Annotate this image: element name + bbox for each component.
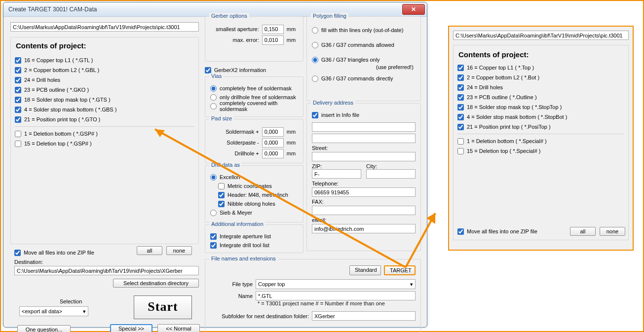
drill-tool-list-checkbox[interactable]	[210, 242, 217, 249]
layer-checkbox[interactable]	[15, 131, 21, 137]
layer-row: 2 = Copper bottom L2 ( *.Bot )	[457, 73, 624, 82]
special-button[interactable]: Special >>	[110, 324, 152, 332]
destination-label: Destination:	[14, 259, 43, 265]
zip-input[interactable]	[312, 169, 361, 179]
layer-checkbox[interactable]	[15, 97, 21, 103]
address-line1[interactable]	[312, 122, 416, 132]
poly-opt2[interactable]	[312, 42, 318, 48]
layer-checkbox[interactable]	[457, 84, 464, 91]
layer-row: 18 = Solder stop mask top ( *.StopTop )	[457, 102, 624, 112]
poly-opt4[interactable]	[312, 75, 318, 82]
vias-opt3[interactable]	[210, 103, 217, 110]
insert-info-checkbox[interactable]	[312, 112, 318, 118]
aperture-label: smallest aperture:	[210, 26, 259, 32]
gerber-legend: Gerber options	[209, 13, 249, 19]
layer-checkbox[interactable]	[457, 114, 464, 120]
zip-checkbox[interactable]	[14, 250, 21, 256]
delivery-legend: Delivery address	[311, 100, 355, 106]
layer-checkbox[interactable]	[457, 124, 464, 130]
layer-checkbox[interactable]	[457, 148, 464, 154]
zip-checkbox-r[interactable]	[457, 228, 464, 235]
maxerror-input[interactable]	[262, 36, 284, 45]
solderpaste-input[interactable]	[262, 138, 284, 148]
layer-checkbox[interactable]	[457, 104, 464, 111]
layer-checkbox[interactable]	[15, 87, 21, 93]
layer-checkbox[interactable]	[15, 141, 21, 147]
vias-group: Vias completely free of soldermask only …	[205, 76, 303, 117]
drilldata-group: Drill data as Excellon Metric coordinate…	[205, 165, 303, 222]
poly-opt3[interactable]	[312, 57, 318, 63]
excellon-radio[interactable]	[210, 174, 217, 181]
vias-legend: Vias	[209, 73, 224, 79]
main-window: Create TARGET 3001! CAM-Data ✕ C:\Users\…	[3, 2, 427, 328]
street-input[interactable]	[312, 152, 416, 161]
header-checkbox[interactable]	[218, 192, 225, 198]
selection-dropdown[interactable]: <export all data> ▾	[19, 306, 88, 316]
layer-checkbox[interactable]	[457, 74, 464, 81]
layer-label: 23 = PCB outline ( *.GKO )	[24, 87, 89, 93]
layer-row: 23 = PCB outline ( *.Outline )	[457, 92, 624, 102]
none-button[interactable]: none	[166, 246, 192, 255]
layer-row: 15 = Deletion top ( *.Special# )	[457, 146, 624, 156]
gerberx2-checkbox[interactable]	[205, 67, 211, 74]
target-button[interactable]: TARGET	[384, 265, 416, 275]
filetype-dropdown[interactable]: Copper top▾	[256, 279, 416, 289]
layer-checkbox[interactable]	[15, 77, 21, 83]
drillhole-input[interactable]	[262, 149, 284, 158]
layer-label: 18 = Solder stop mask top ( *.StopTop )	[467, 104, 562, 110]
telephone-input[interactable]	[312, 187, 416, 197]
layer-label: 21 = Position print top ( *.PosiTop )	[467, 124, 551, 130]
layer-checkbox[interactable]	[15, 116, 21, 123]
chevron-down-icon: ▾	[83, 308, 86, 315]
none-button-r[interactable]: none	[600, 227, 625, 236]
fax-input[interactable]	[312, 206, 416, 215]
normal-button[interactable]: << Normal	[157, 324, 200, 332]
layer-checkbox[interactable]	[457, 65, 464, 71]
layer-checkbox[interactable]	[457, 138, 464, 145]
layer-label: 16 = Copper top L1 ( *.Top )	[467, 65, 534, 71]
select-destination-button[interactable]: Select destination directory	[113, 279, 199, 288]
close-button[interactable]: ✕	[402, 4, 425, 15]
filenames-legend: File names and extensions	[209, 256, 278, 261]
subfolder-input[interactable]	[312, 311, 416, 321]
contents-title-r: Contents of project:	[458, 50, 624, 59]
layer-label: 4 = Solder stop mask bottom ( *.GBS )	[24, 107, 116, 112]
one-question-button[interactable]: One question...	[17, 325, 71, 332]
layer-checkbox[interactable]	[15, 57, 21, 64]
layer-label: 2 = Copper bottom L2 ( *.GBL )	[24, 67, 99, 73]
aperture-list-checkbox[interactable]	[210, 233, 217, 240]
city-input[interactable]	[366, 169, 416, 179]
start-button[interactable]: Start	[134, 295, 192, 319]
vias-opt1[interactable]	[210, 85, 217, 92]
layer-checkbox[interactable]	[457, 94, 464, 101]
poly-opt1[interactable]	[312, 27, 318, 34]
project-path-field[interactable]: C:\Users\Markus\AppData\Roaming\ibf\TarV…	[10, 22, 199, 32]
layer-label: 23 = PCB outline ( *.Outline )	[467, 94, 537, 100]
layer-checkbox[interactable]	[15, 107, 21, 113]
additional-legend: Additional information	[209, 221, 265, 227]
layer-row: 1 = Deletion bottom ( *.Special# )	[457, 136, 624, 146]
selection-label: Selection	[60, 298, 82, 304]
project-path-field-r[interactable]: C:\Users\Markus\AppData\Roaming\ibf\TarV…	[453, 31, 629, 40]
aperture-input[interactable]	[262, 25, 284, 34]
padsize-legend: Pad size	[209, 115, 234, 121]
soldermask-input[interactable]	[262, 127, 284, 137]
name-input[interactable]	[256, 291, 416, 300]
standard-button[interactable]: Standard	[349, 265, 381, 275]
all-button[interactable]: all	[137, 246, 162, 255]
maxerror-label: max. error:	[210, 37, 259, 43]
metric-checkbox[interactable]	[218, 183, 225, 189]
nibble-checkbox[interactable]	[218, 201, 225, 207]
all-button-r[interactable]: all	[570, 227, 596, 236]
address-line2[interactable]	[312, 134, 416, 143]
layer-checkbox[interactable]	[15, 67, 21, 74]
vias-opt2[interactable]	[210, 94, 217, 101]
layer-label: 18 = Solder stop mask top ( *.GTS )	[24, 97, 111, 103]
layer-row: 21 = Position print top ( *.GTO )	[15, 114, 194, 124]
layer-row: 16 = Copper top L1 ( *.GTL )	[15, 55, 194, 65]
destination-field[interactable]: C:\Users\Markus\AppData\Roaming\ibf\TarV…	[14, 266, 199, 275]
gerber-options-group: Gerber options smallest aperture: mm max…	[205, 16, 303, 62]
filenames-group: File names and extensions Standard TARGE…	[205, 259, 421, 332]
sieb-radio[interactable]	[210, 210, 217, 216]
email-input[interactable]	[312, 224, 416, 233]
